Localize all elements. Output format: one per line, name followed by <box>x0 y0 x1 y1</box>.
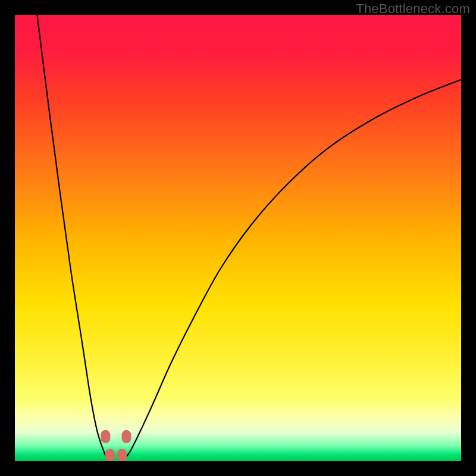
chart-plot-area <box>15 15 461 461</box>
chart-frame: TheBottleneck.com <box>0 0 476 476</box>
watermark-text: TheBottleneck.com <box>356 1 470 17</box>
chart-svg <box>15 15 461 461</box>
marker-left-top <box>101 430 110 443</box>
marker-right-top <box>122 430 131 443</box>
marker-bottom-right <box>117 449 127 461</box>
marker-bottom-left <box>105 449 115 461</box>
chart-background <box>15 15 461 461</box>
